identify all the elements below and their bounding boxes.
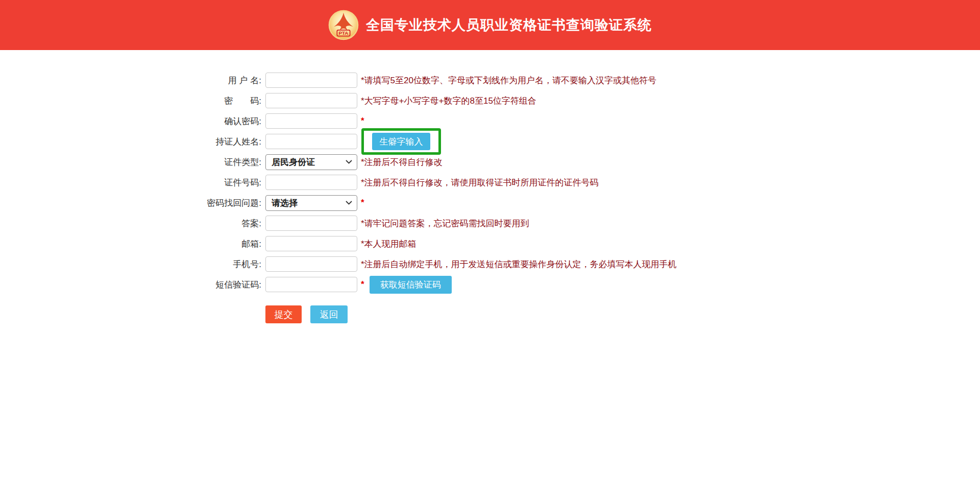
highlight-box: 生僻字输入 (361, 128, 441, 155)
rare-character-input-button[interactable]: 生僻字输入 (372, 133, 430, 150)
form-row-sms-code: 短信验证码: * 获取短信验证码 (0, 274, 980, 295)
email-hint: *本人现用邮箱 (361, 238, 416, 250)
confirm-password-required: * (361, 116, 364, 126)
logo-text: PTA (339, 30, 349, 36)
confirm-password-input[interactable] (265, 113, 357, 129)
form-row-id-number: 证件号码: *注册后不得自行修改，请使用取得证书时所用证件的证件号码 (0, 172, 980, 193)
id-type-select[interactable]: 居民身份证 (265, 154, 357, 170)
form-row-id-type: 证件类型: 居民身份证 *注册后不得自行修改 (0, 152, 980, 172)
security-question-selected-value: 请选择 (272, 197, 298, 209)
id-type-selected-value: 居民身份证 (272, 156, 315, 168)
chevron-down-icon (346, 160, 352, 164)
username-input[interactable] (265, 73, 357, 88)
form-row-holder-name: 持证人姓名: 生僻字输入 (0, 131, 980, 152)
id-number-label: 证件号码: (0, 177, 261, 188)
confirm-password-label: 确认密码: (0, 115, 261, 127)
mobile-input[interactable] (265, 256, 357, 272)
holder-name-label: 持证人姓名: (0, 136, 261, 148)
password-label: 密 码: (0, 95, 261, 107)
form-row-email: 邮箱: *本人现用邮箱 (0, 233, 980, 254)
email-label: 邮箱: (0, 238, 261, 250)
id-number-input[interactable] (265, 175, 357, 190)
form-row-answer: 答案: *请牢记问题答案，忘记密码需找回时要用到 (0, 213, 980, 233)
form-row-username: 用 户 名: *请填写5至20位数字、字母或下划线作为用户名，请不要输入汉字或其… (0, 70, 980, 90)
registration-form: 用 户 名: *请填写5至20位数字、字母或下划线作为用户名，请不要输入汉字或其… (0, 70, 980, 323)
get-sms-code-button[interactable]: 获取短信验证码 (370, 276, 452, 294)
id-type-label: 证件类型: (0, 156, 261, 168)
answer-input[interactable] (265, 216, 357, 231)
pta-logo-graphic: PTA (328, 10, 359, 40)
sms-code-required: * (361, 279, 364, 290)
answer-hint: *请牢记问题答案，忘记密码需找回时要用到 (361, 218, 529, 229)
form-actions: 提交 返回 (0, 305, 980, 323)
page-title: 全国专业技术人员职业资格证书查询验证系统 (366, 16, 652, 34)
id-type-hint: *注册后不得自行修改 (361, 156, 443, 168)
id-number-hint: *注册后不得自行修改，请使用取得证书时所用证件的证件号码 (361, 177, 599, 188)
password-hint: *大写字母+小写字母+数字的8至15位字符组合 (361, 95, 536, 107)
username-hint: *请填写5至20位数字、字母或下划线作为用户名，请不要输入汉字或其他符号 (361, 75, 656, 86)
security-question-required: * (361, 198, 364, 208)
back-button[interactable]: 返回 (310, 305, 348, 323)
sms-code-input[interactable] (265, 277, 357, 292)
chevron-down-icon (346, 201, 352, 205)
form-row-confirm-password: 确认密码: * (0, 111, 980, 131)
holder-name-input[interactable] (265, 134, 357, 149)
form-row-password: 密 码: *大写字母+小写字母+数字的8至15位字符组合 (0, 90, 980, 111)
pta-logo: PTA (328, 10, 359, 40)
security-question-label: 密码找回问题: (0, 197, 261, 209)
mobile-label: 手机号: (0, 258, 261, 270)
page-header: PTA 全国专业技术人员职业资格证书查询验证系统 (0, 0, 980, 50)
submit-button[interactable]: 提交 (265, 305, 302, 323)
answer-label: 答案: (0, 218, 261, 229)
form-row-security-question: 密码找回问题: 请选择 * (0, 193, 980, 213)
username-label: 用 户 名: (0, 75, 261, 86)
security-question-select[interactable]: 请选择 (265, 195, 357, 211)
email-input[interactable] (265, 236, 357, 251)
sms-code-label: 短信验证码: (0, 279, 261, 291)
form-row-mobile: 手机号: *注册后自动绑定手机，用于发送短信或重要操作身份认定，务必填写本人现用… (0, 254, 980, 274)
password-input[interactable] (265, 93, 357, 108)
mobile-hint: *注册后自动绑定手机，用于发送短信或重要操作身份认定，务必填写本人现用手机 (361, 258, 677, 270)
